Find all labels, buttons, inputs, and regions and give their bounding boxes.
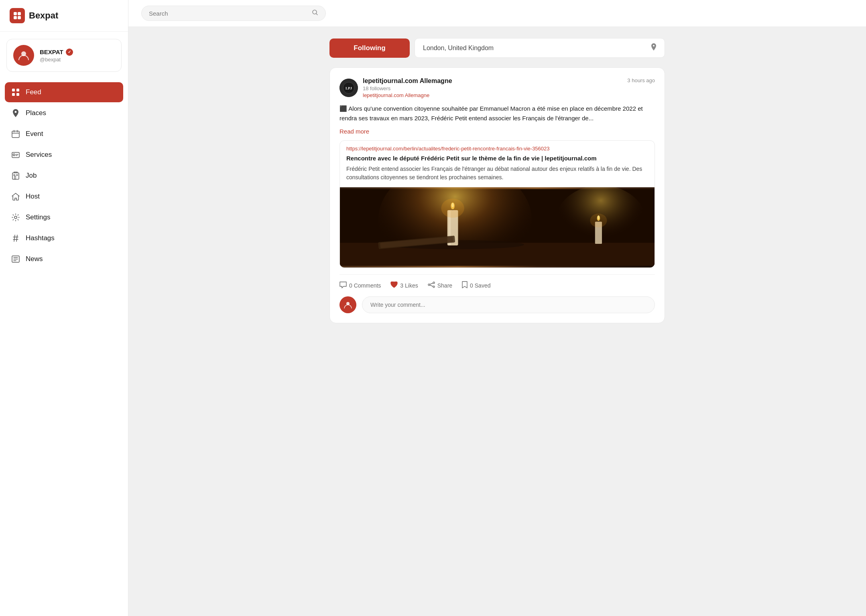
profile-name: BEXPAT ✓ [40, 49, 73, 56]
comment-input[interactable] [362, 296, 655, 313]
svg-rect-15 [16, 174, 18, 176]
building-icon [11, 171, 20, 180]
feed-tabs: Following London, United Kingdom [329, 38, 665, 58]
svg-rect-9 [12, 131, 19, 138]
post-author: LPJ lepetitjournal.com Allemagne 18 foll… [339, 77, 452, 98]
share-label: Share [437, 282, 452, 289]
header [128, 0, 866, 27]
tab-location[interactable]: London, United Kingdom [415, 38, 665, 58]
post-card: LPJ lepetitjournal.com Allemagne 18 foll… [329, 67, 665, 323]
link-preview-title: Rencontre avec le député Frédéric Petit … [340, 153, 655, 165]
post-header: LPJ lepetitjournal.com Allemagne 18 foll… [339, 77, 655, 98]
sidebar-item-label: News [26, 255, 43, 263]
likes-button[interactable]: 3 Likes [390, 282, 418, 290]
sidebar-item-settings[interactable]: Settings [5, 207, 123, 227]
author-link[interactable]: lepetitjournal.com Allemagne [363, 92, 452, 98]
share-button[interactable]: Share [428, 282, 452, 290]
svg-rect-13 [14, 176, 16, 179]
comment-icon [339, 282, 347, 290]
sidebar-item-label: Event [26, 130, 43, 138]
logo-text: Bexpat [29, 10, 58, 21]
hash-icon [11, 234, 20, 243]
sidebar-profile[interactable]: BEXPAT ✓ @bexpat [6, 39, 122, 72]
svg-point-31 [441, 199, 464, 218]
logo-area: Bexpat [0, 0, 128, 32]
avatar [13, 45, 34, 66]
author-name: lepetitjournal.com Allemagne [363, 77, 452, 85]
author-info: lepetitjournal.com Allemagne 18 follower… [363, 77, 452, 98]
svg-rect-6 [16, 89, 19, 91]
search-box[interactable] [141, 6, 326, 21]
sidebar-item-label: Feed [26, 88, 41, 96]
read-more-link[interactable]: Read more [339, 128, 655, 135]
sidebar-item-label: Services [26, 151, 52, 159]
newspaper-icon [11, 255, 20, 263]
svg-rect-1 [18, 12, 21, 15]
feed-area: Following London, United Kingdom [317, 27, 678, 616]
likes-count: 3 Likes [400, 282, 418, 289]
heart-icon [390, 282, 398, 290]
post-actions: 0 Comments 3 Likes [339, 274, 655, 290]
comments-count: 0 Comments [349, 282, 381, 289]
gear-icon [11, 213, 20, 222]
svg-rect-2 [14, 16, 17, 19]
svg-point-38 [590, 214, 607, 227]
save-button[interactable]: 0 Saved [462, 281, 490, 290]
comments-button[interactable]: 0 Comments [339, 282, 381, 290]
svg-rect-8 [16, 93, 19, 96]
sidebar-item-feed[interactable]: Feed [5, 82, 123, 102]
link-preview-image [340, 187, 655, 267]
search-input[interactable] [149, 10, 308, 17]
sidebar-item-label: Settings [26, 213, 50, 221]
sidebar-item-label: Places [26, 109, 46, 117]
author-avatar: LPJ [339, 79, 358, 97]
logo-icon [10, 8, 25, 23]
svg-rect-3 [18, 16, 21, 19]
verified-badge: ✓ [66, 49, 73, 56]
profile-info: BEXPAT ✓ @bexpat [40, 49, 73, 63]
main-content: Following London, United Kingdom [128, 0, 866, 616]
sidebar-item-label: Hashtags [26, 234, 55, 242]
comment-avatar [339, 296, 356, 313]
link-preview-desc: Frédéric Petit entend associer les Franç… [340, 165, 655, 187]
svg-point-41 [433, 286, 435, 288]
sidebar-item-host[interactable]: Host [5, 186, 123, 207]
sidebar-item-hashtags[interactable]: Hashtags [5, 228, 123, 248]
home-icon [11, 192, 20, 201]
svg-point-39 [433, 282, 435, 284]
location-text: London, United Kingdom [423, 45, 494, 52]
svg-rect-5 [12, 89, 15, 91]
profile-handle: @bexpat [40, 57, 73, 63]
link-preview: https://lepetitjournal.com/berlin/actual… [339, 140, 655, 268]
svg-point-40 [428, 284, 430, 286]
svg-text:LPJ: LPJ [346, 86, 352, 90]
share-icon [428, 282, 435, 290]
svg-rect-0 [14, 12, 17, 15]
bookmark-icon [462, 281, 468, 290]
saved-count: 0 Saved [470, 282, 490, 289]
sidebar-item-event[interactable]: Event [5, 124, 123, 144]
comment-row [339, 290, 655, 313]
calendar-icon [11, 130, 20, 138]
post-body: ⬛ Alors qu'une convention citoyenne souh… [339, 104, 655, 123]
svg-rect-7 [12, 93, 15, 96]
sidebar-item-label: Host [26, 192, 40, 201]
svg-rect-14 [14, 174, 15, 176]
sidebar: Bexpat BEXPAT ✓ @bexpat [0, 0, 128, 616]
svg-point-16 [14, 216, 17, 219]
grid-icon [11, 88, 20, 97]
person-card-icon [11, 150, 20, 159]
sidebar-nav: Feed Places [0, 79, 128, 272]
pin-icon [11, 109, 20, 118]
search-icon[interactable] [312, 9, 318, 17]
author-followers: 18 followers [363, 85, 452, 91]
sidebar-item-services[interactable]: Services [5, 145, 123, 165]
link-preview-url[interactable]: https://lepetitjournal.com/berlin/actual… [340, 141, 655, 153]
post-time: 3 hours ago [627, 77, 655, 83]
sidebar-item-news[interactable]: News [5, 249, 123, 269]
sidebar-item-job[interactable]: Job [5, 166, 123, 186]
tab-following[interactable]: Following [329, 38, 410, 58]
sidebar-item-label: Job [26, 172, 37, 180]
location-pin-icon [651, 43, 657, 53]
sidebar-item-places[interactable]: Places [5, 103, 123, 123]
